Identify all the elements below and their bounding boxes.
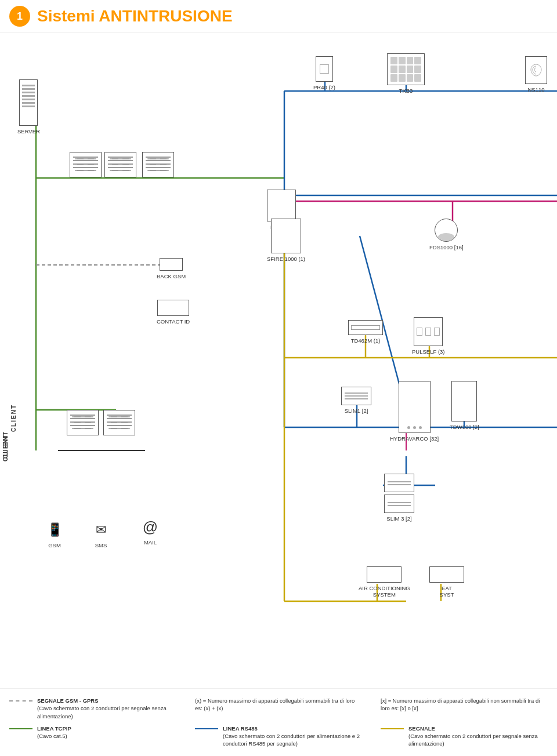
slim1-label: SLIM1 [2] [345,408,368,414]
header: 1 Sistemi ANTINTRUSIONE [0,0,557,33]
aircon-icon [367,566,402,583]
diagram-area: SERVER [0,33,557,688]
sms-icon: ✉ [93,520,109,540]
eat-icon [429,566,464,583]
client-text: CLIENT [2,431,9,459]
pulself-icon [414,317,443,346]
server-device: SERVER [17,79,40,135]
client-section: CLIENT [10,404,21,432]
slim3-label: SLIM 3 [2] [386,515,411,522]
legend-row-2: LINEA TCPIP (Cavo cat.5) LINEA RS485 (Ca… [9,725,548,748]
hydra-dots [407,426,422,429]
panel-left-1 [70,152,102,177]
slim1-device: SLIM1 [2] [341,387,371,414]
ns1100-label: NS110 [527,86,544,93]
backgsm-icon [160,258,183,271]
mail-label: MAIL [144,539,157,546]
legend-tcpip-line [9,728,32,729]
fds1000-label: FDS1000 [16] [429,244,464,250]
legend-segnale-line [381,728,404,729]
title-prefix: Sistemi [37,7,99,25]
client-panel-icon-1 [67,410,99,435]
hydravarco-device: HYDRAVARCO [32] [390,381,439,442]
pulsar-icon [267,190,296,221]
legend-segnale-text: SEGNALE (Cavo schermato con 2 conduttori… [408,725,548,748]
legend-tcpip: LINEA TCPIP (Cavo cat.5) [9,725,176,740]
gsm-label: GSM [48,542,61,548]
fds1000-icon [435,219,458,242]
ns1100-device: NS110 [525,56,547,93]
td462m-device: TD462M (1) [348,320,383,344]
hydravarco-label: HYDRAVARCO [32] [390,435,439,442]
sfire-icon [271,219,301,253]
legend-rs485-text: LINEA RS485 (Cavo schermato con 2 condut… [223,725,362,748]
fds1000-device: FDS1000 [16] [429,219,464,250]
legend-tcpip-text: LINEA TCPIP (Cavo cat.5) [37,725,71,740]
pr40-device: PR40 (2) [313,56,335,90]
legend-brackx-text: [x] = Numero massimo di apparati collega… [381,697,548,713]
mail-icon: @ [142,517,158,537]
pr40-icon [316,56,333,82]
contactid-device: CONTACT ID [157,300,190,325]
aircon-device: AIR CONDITIONING SYSTEM [359,566,410,598]
eat-label: EAT SYST [440,585,454,598]
tkb3-device: TKB3 [387,53,425,94]
gsm-device: 📱 GSM [46,520,63,548]
logo-symbol: 1 [17,10,23,23]
contactid-label: CONTACT ID [157,318,190,325]
sfire-device: SFIRE 1000 (1) [267,219,305,262]
legend-brackx: [x] = Numero massimo di apparati collega… [381,697,548,713]
pr40-label: PR40 (2) [313,84,335,90]
pulself-label: PULSELF (3) [412,348,445,355]
server-label: SERVER [17,128,40,135]
client-panel-icon-2 [103,410,135,435]
panel-icon-3 [142,152,174,177]
title-emphasis: ANTINTRUSIONE [99,7,232,25]
legend-rs485-line [195,728,218,729]
backgsm-device: BACK GSM [157,258,186,279]
ns1100-icon [525,56,547,84]
legend: SEGNALE GSM - GPRS (Cavo schermato con 2… [0,688,557,756]
logo-circle: 1 [9,6,30,27]
pulself-device: PULSELF (3) [412,317,445,355]
panel-left-3 [142,152,174,177]
eat-device: EAT SYST [429,566,464,598]
page-title: Sistemi ANTINTRUSIONE [37,7,233,26]
tdw100-icon [451,381,477,421]
td462m-label: TD462M (1) [351,337,381,344]
panel-left-2 [104,152,136,177]
tkb3-label: TKB3 [399,88,413,94]
td462m-icon [348,320,383,335]
sms-device: ✉ SMS [93,520,109,548]
legend-rs485: LINEA RS485 (Cavo schermato con 2 condut… [195,725,362,748]
backgsm-label: BACK GSM [157,273,186,279]
slim3-device: SLIM 3 [2] [384,474,414,522]
legend-segnale: SEGNALE (Cavo schermato con 2 conduttori… [381,725,548,748]
mail-device: @ MAIL [142,517,158,546]
connection-lines [0,33,557,688]
sms-label: SMS [95,542,107,548]
legend-gsm-text: SEGNALE GSM - GPRS (Cavo schermato con 2… [37,697,176,720]
client-vertical-wrapper: CLIENT [1,399,9,490]
slim1-icon [341,387,371,405]
pr40-inner-icon [320,64,329,74]
server-icon [19,79,38,126]
td462m-inner [351,325,380,330]
client-label: CLIENT [10,404,17,432]
legend-nx: (x) = Numero massimo di apparati collega… [195,697,362,713]
sfire-label: SFIRE 1000 (1) [267,256,305,262]
aircon-label: AIR CONDITIONING SYSTEM [359,585,410,598]
client-panel-2 [103,410,135,435]
legend-row-1: SEGNALE GSM - GPRS (Cavo schermato con 2… [9,697,548,720]
tkb3-icon [387,53,425,85]
hydravarco-icon [399,381,431,433]
legend-gsm: SEGNALE GSM - GPRS (Cavo schermato con 2… [9,697,176,720]
legend-nx-text: (x) = Numero massimo di apparati collega… [195,697,362,713]
panel-icon-2 [104,152,136,177]
tdw100-label: TDW100 [2] [450,424,479,430]
panel-icon-1 [70,152,102,177]
client-panel-1 [67,410,99,435]
tdw100-device: TDW100 [2] [450,381,479,430]
legend-gsm-line [9,700,32,702]
fingerprint-icon [530,62,542,78]
